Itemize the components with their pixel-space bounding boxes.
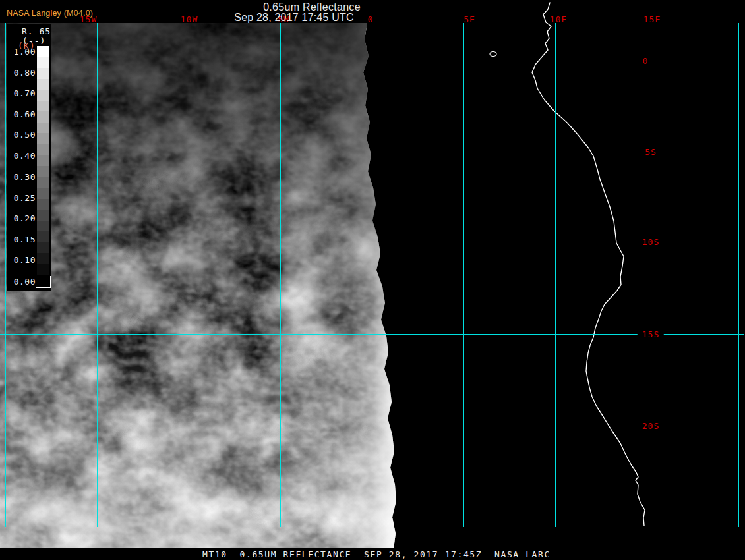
lat-label-5s: 5S bbox=[640, 146, 661, 157]
lon-label-10w: 10W bbox=[181, 14, 198, 24]
gridline-horizontal bbox=[0, 61, 744, 61]
colorbar-tick: 0.20 bbox=[8, 213, 36, 223]
lon-label-0: 0 bbox=[368, 14, 374, 24]
colorbar-gradient bbox=[37, 46, 49, 286]
lat-label-10s: 10S bbox=[638, 237, 664, 248]
gridline-vertical bbox=[280, 23, 281, 527]
colorbar-tick: 0.30 bbox=[8, 172, 36, 182]
timestamp: Sep 28, 2017 17:45 UTC bbox=[234, 12, 353, 24]
sao-tome-island bbox=[490, 52, 496, 57]
colorbar-tick: 1.00 bbox=[8, 47, 36, 57]
lon-label-15e: 15E bbox=[643, 14, 661, 24]
colorbar-tick: 0.40 bbox=[8, 151, 36, 161]
gridline-horizontal bbox=[0, 242, 744, 242]
lon-label-5e: 5E bbox=[463, 14, 475, 24]
gridline-horizontal bbox=[0, 334, 744, 335]
gridline-vertical bbox=[738, 23, 739, 527]
colorbar-tick: 0.50 bbox=[8, 130, 36, 140]
gridline-vertical bbox=[5, 23, 6, 527]
nasa-langley-credit: NASA Langley (M04.0) bbox=[7, 9, 93, 18]
cloud-field bbox=[0, 23, 399, 549]
colorbar-tick: 0.10 bbox=[8, 255, 36, 265]
satellite-viewer: R. 65 (--) (K) 1.00 0.80 0.70 0.60 0.50 … bbox=[0, 0, 745, 560]
footer-status-line: MT10 0.65UM REFLECTANCE SEP 28, 2017 17:… bbox=[202, 549, 551, 559]
lat-label-20s: 20S bbox=[638, 420, 664, 432]
gridline-horizontal bbox=[0, 426, 744, 426]
lat-label-15s: 15S bbox=[638, 329, 664, 340]
lat-label-0: 0 bbox=[638, 55, 653, 67]
gridline-horizontal bbox=[0, 518, 744, 518]
colorbar-title: R. 65 bbox=[22, 26, 51, 36]
colorbar-tick: 0.25 bbox=[8, 193, 36, 203]
gridline-vertical bbox=[372, 23, 372, 527]
lon-label-10e: 10E bbox=[550, 14, 567, 24]
gridline-vertical bbox=[189, 23, 189, 527]
colorbar-end-bracket bbox=[36, 276, 51, 288]
colorbar-tick: 0.60 bbox=[8, 109, 36, 119]
footer-bar: MT10 0.65UM REFLECTANCE SEP 28, 2017 17:… bbox=[0, 548, 745, 560]
gridline-vertical bbox=[97, 23, 98, 527]
colorbar-tick: 0.15 bbox=[8, 235, 36, 244]
colorbar-tick: 0.00 bbox=[8, 277, 36, 287]
gridline-vertical bbox=[555, 23, 556, 527]
colorbar-tick: 0.80 bbox=[8, 68, 36, 78]
colorbar: R. 65 (--) (K) 1.00 0.80 0.70 0.60 0.50 … bbox=[7, 24, 51, 291]
gridline-horizontal bbox=[0, 152, 744, 152]
satellite-image bbox=[0, 0, 745, 560]
gridline-vertical bbox=[647, 23, 647, 527]
colorbar-tick: 0.70 bbox=[8, 88, 36, 98]
gridline-vertical bbox=[463, 23, 464, 527]
